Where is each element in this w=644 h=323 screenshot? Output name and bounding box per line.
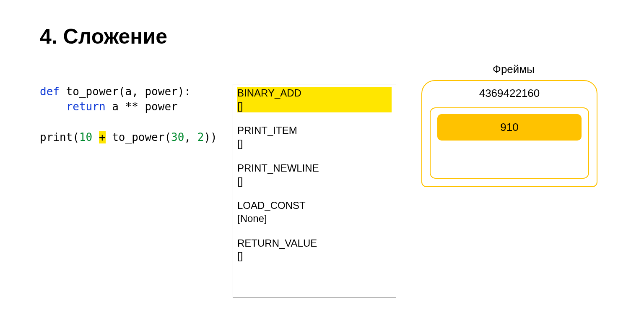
space <box>106 131 112 143</box>
opcode-name: BINARY_ADD <box>237 87 392 100</box>
slide-title: 4. Сложение <box>40 25 604 48</box>
frame-outer: 4369422160 910 <box>421 80 597 187</box>
source-code: def to_power(a, power): return a ** powe… <box>40 84 233 145</box>
space <box>92 131 99 143</box>
opcode-name: LOAD_CONST <box>237 199 392 212</box>
return-expression: a ** power <box>106 100 178 113</box>
opcode-name: PRINT_NEWLINE <box>237 162 392 175</box>
opcode-args: [None] <box>237 212 392 225</box>
opcode-args: [] <box>237 175 392 188</box>
opcode-name: PRINT_ITEM <box>237 124 392 137</box>
literal-2: 2 <box>197 131 204 143</box>
comma: , <box>184 131 197 143</box>
frames-label: Фреймы <box>421 63 606 76</box>
opcode-args: [] <box>237 250 392 263</box>
bytecode-instruction: RETURN_VALUE [] <box>237 237 392 263</box>
opcode-args: [] <box>237 137 392 150</box>
bytecode-instruction: LOAD_CONST [None] <box>237 199 392 225</box>
bytecode-instruction: BINARY_ADD [] <box>237 87 392 112</box>
opcode-name: RETURN_VALUE <box>237 237 392 250</box>
keyword-return: return <box>66 100 106 113</box>
frame-id: 4369422160 <box>430 87 589 100</box>
call-open: to_power( <box>112 131 171 143</box>
plus-operator: + <box>99 131 106 143</box>
frame-stack: 910 <box>430 107 589 179</box>
opcode-args: [] <box>237 100 392 113</box>
stack-item: 910 <box>437 114 582 141</box>
columns: def to_power(a, power): return a ** powe… <box>40 84 604 298</box>
function-signature: to_power(a, power): <box>60 85 191 98</box>
frames-panel: Фреймы 4369422160 910 <box>421 63 606 187</box>
call-close: )) <box>204 131 217 143</box>
keyword-def: def <box>40 85 60 98</box>
bytecode-instruction: PRINT_NEWLINE [] <box>237 162 392 188</box>
literal-10: 10 <box>79 131 92 143</box>
slide: 4. Сложение def to_power(a, power): retu… <box>0 0 644 323</box>
bytecode-panel: BINARY_ADD [] PRINT_ITEM [] PRINT_NEWLIN… <box>233 84 396 298</box>
bytecode-instruction: PRINT_ITEM [] <box>237 124 392 150</box>
literal-30: 30 <box>171 131 184 143</box>
print-open: print( <box>40 131 79 143</box>
